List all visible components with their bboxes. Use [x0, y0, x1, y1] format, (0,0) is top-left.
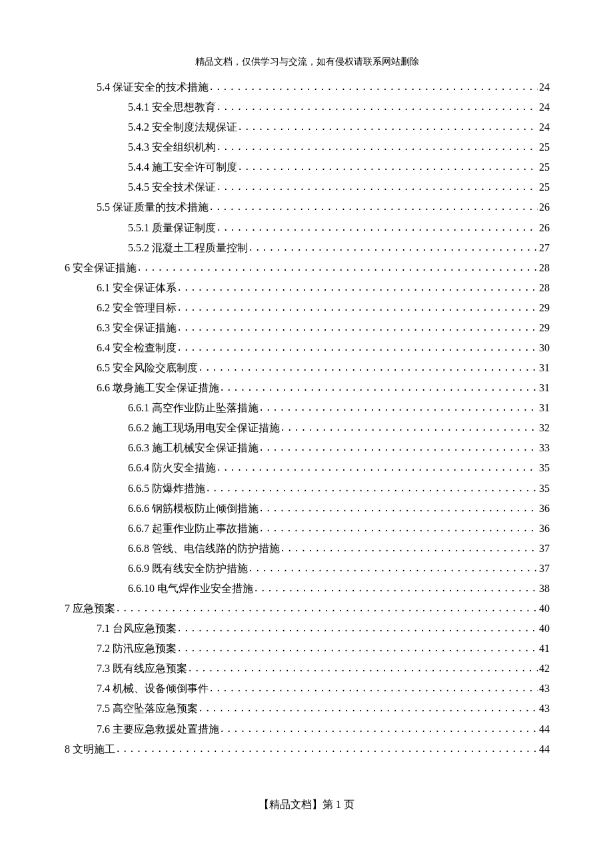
toc-entry: 7.4 机械、设备倾倒事件 43	[65, 679, 550, 699]
toc-entry: 5.4 保证安全的技术措施 24	[65, 77, 550, 97]
toc-leader-dots	[209, 679, 538, 697]
toc-entry: 7 应急预案 40	[65, 599, 550, 619]
toc-entry-label: 6.6.9 既有线安全防护措施	[128, 559, 248, 579]
toc-entry-page: 44	[538, 739, 550, 759]
toc-entry: 7.5 高空坠落应急预案 43	[65, 699, 550, 719]
toc-leader-dots	[177, 319, 538, 336]
toc-entry-label: 6.6.3 施工机械安全保证措施	[128, 438, 259, 458]
toc-entry-page: 38	[538, 579, 550, 599]
toc-leader-dots	[177, 339, 538, 356]
toc-leader-dots	[187, 659, 538, 677]
toc-entry-label: 6.6.6 钢筋模板防止倾倒措施	[128, 499, 259, 519]
toc-entry-page: 37	[538, 539, 550, 559]
toc-entry-page: 28	[538, 278, 550, 298]
table-of-contents: 5.4 保证安全的技术措施 245.4.1 安全思想教育245.4.2 安全制度…	[65, 77, 550, 759]
toc-entry: 5.4.1 安全思想教育24	[65, 97, 550, 117]
toc-leader-dots	[177, 279, 538, 296]
toc-entry: 6.6.5 防爆炸措施35	[65, 479, 550, 499]
toc-entry: 6.4 安全检查制度 30	[65, 338, 550, 358]
toc-entry-label: 5.5.2 混凝土工程质量控制	[128, 238, 248, 258]
toc-entry-page: 43	[538, 699, 550, 719]
toc-entry-page: 28	[538, 258, 550, 278]
toc-entry: 7.6 主要应急救援处置措施 44	[65, 719, 550, 739]
toc-entry-page: 32	[538, 418, 550, 438]
toc-leader-dots	[259, 519, 538, 537]
toc-entry-page: 36	[538, 519, 550, 539]
toc-leader-dots	[198, 359, 538, 376]
toc-leader-dots	[216, 219, 538, 236]
toc-entry-label: 5.4.5 安全技术保证	[128, 177, 216, 197]
toc-entry-label: 7.6 主要应急救援处置措施	[97, 719, 219, 739]
toc-entry-page: 40	[538, 599, 550, 619]
toc-entry-label: 6 安全保证措施	[65, 258, 137, 278]
toc-leader-dots	[205, 479, 538, 497]
toc-entry: 6.6.7 起重作业防止事故措施36	[65, 519, 550, 539]
toc-leader-dots	[248, 239, 538, 256]
toc-leader-dots	[177, 639, 538, 657]
toc-entry: 6.2 安全管理目标 29	[65, 298, 550, 318]
toc-leader-dots	[237, 118, 538, 135]
toc-entry: 5.5 保证质量的技术措施26	[65, 197, 550, 217]
toc-entry-label: 7.1 台风应急预案	[97, 619, 177, 639]
toc-leader-dots	[209, 198, 538, 215]
toc-leader-dots	[216, 138, 538, 155]
toc-entry-label: 7.3 既有线应急预案	[97, 659, 187, 679]
toc-entry-label: 6.2 安全管理目标	[97, 298, 177, 318]
toc-leader-dots	[280, 419, 538, 436]
toc-entry-label: 6.3 安全保证措施	[97, 318, 177, 338]
toc-entry: 6.6.6 钢筋模板防止倾倒措施36	[65, 499, 550, 519]
toc-entry: 6.6 墩身施工安全保证措施 31	[65, 378, 550, 398]
toc-leader-dots	[137, 259, 538, 276]
toc-entry-label: 5.4.4 施工安全许可制度	[128, 157, 237, 177]
toc-entry-label: 6.6.8 管线、电信线路的防护措施	[128, 539, 280, 559]
toc-entry-page: 33	[538, 438, 550, 458]
footer-page-number: 第 1 页	[322, 799, 354, 810]
toc-entry-page: 24	[538, 77, 550, 97]
toc-entry: 6.3 安全保证措施 29	[65, 318, 550, 338]
page-footer: 【精品文档】第 1 页	[0, 798, 613, 812]
header-note: 精品文档，仅供学习与交流，如有侵权请联系网站删除	[65, 56, 550, 68]
toc-entry: 7.2 防汛应急预案 41	[65, 639, 550, 659]
toc-entry-page: 35	[538, 479, 550, 499]
toc-leader-dots	[259, 399, 538, 416]
toc-entry-page: 29	[538, 298, 550, 318]
toc-entry-page: 29	[538, 318, 550, 338]
toc-entry-label: 5.5 保证质量的技术措施	[97, 197, 209, 217]
toc-leader-dots	[177, 299, 538, 316]
toc-entry: 5.5.2 混凝土工程质量控制 27	[65, 238, 550, 258]
toc-entry-label: 5.4.1 安全思想教育	[128, 97, 216, 117]
footer-prefix: 【精品文档】	[259, 799, 322, 810]
toc-entry-label: 6.6 墩身施工安全保证措施	[97, 378, 219, 398]
toc-entry-label: 6.5 安全风险交底制度	[97, 358, 198, 378]
toc-entry-label: 6.1 安全保证体系	[97, 278, 177, 298]
toc-entry-page: 42	[538, 659, 550, 679]
toc-leader-dots	[237, 158, 538, 175]
toc-entry: 5.4.2 安全制度法规保证 24	[65, 117, 550, 137]
toc-entry: 6.6.9 既有线安全防护措施37	[65, 559, 550, 579]
toc-entry: 5.5.1 质量保证制度26	[65, 218, 550, 238]
toc-entry-page: 27	[538, 238, 550, 258]
toc-entry: 6.6.2 施工现场用电安全保证措施32	[65, 418, 550, 438]
toc-entry-page: 24	[538, 97, 550, 117]
toc-entry-page: 43	[538, 679, 550, 699]
toc-entry-page: 25	[538, 137, 550, 157]
toc-entry-label: 7.5 高空坠落应急预案	[97, 699, 198, 719]
toc-leader-dots	[115, 599, 538, 617]
toc-entry-page: 44	[538, 719, 550, 739]
toc-leader-dots	[259, 439, 538, 456]
toc-entry-label: 7.4 机械、设备倾倒事件	[97, 679, 209, 699]
toc-entry: 6.5 安全风险交底制度 31	[65, 358, 550, 378]
toc-entry-label: 7 应急预案	[65, 599, 115, 619]
toc-entry-page: 25	[538, 157, 550, 177]
toc-entry-label: 6.6.7 起重作业防止事故措施	[128, 519, 259, 539]
toc-entry: 6 安全保证措施 28	[65, 258, 550, 278]
toc-entry-label: 6.6.1 高空作业防止坠落措施	[128, 398, 259, 418]
toc-entry-label: 5.4 保证安全的技术措施	[97, 77, 209, 97]
toc-entry-label: 5.5.1 质量保证制度	[128, 218, 216, 238]
toc-entry-page: 41	[538, 639, 550, 659]
toc-entry-page: 31	[538, 398, 550, 418]
toc-entry: 6.6.8 管线、电信线路的防护措施37	[65, 539, 550, 559]
toc-entry-label: 6.4 安全检查制度	[97, 338, 177, 358]
toc-entry-label: 7.2 防汛应急预案	[97, 639, 177, 659]
toc-entry-page: 36	[538, 499, 550, 519]
